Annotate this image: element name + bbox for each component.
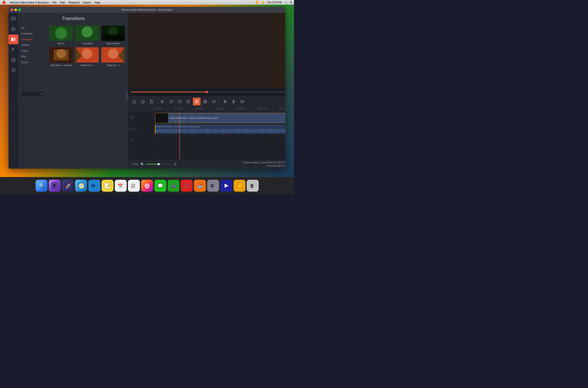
zoom-in-icon[interactable]: ⊞ bbox=[174, 163, 176, 166]
transition-crossfade[interactable]: Crossfade bbox=[75, 25, 99, 45]
menu-file[interactable]: File bbox=[52, 1, 57, 4]
sidebar-icon-timeline[interactable] bbox=[8, 65, 18, 75]
dock-movavi[interactable] bbox=[220, 180, 232, 192]
sidebar-icon-effects[interactable] bbox=[8, 24, 18, 34]
svg-rect-169 bbox=[243, 130, 244, 132]
dock-music[interactable]: 🎵 bbox=[181, 180, 193, 192]
svg-rect-182 bbox=[258, 129, 258, 133]
dock-thunder[interactable]: ⚡ bbox=[234, 180, 245, 192]
dock-launchpad[interactable]: 🚀 bbox=[62, 180, 74, 192]
dock-calendar[interactable]: 📅 bbox=[115, 180, 127, 192]
sidebar-icon-media[interactable] bbox=[8, 14, 18, 24]
svg-rect-139 bbox=[211, 129, 211, 133]
svg-rect-172 bbox=[247, 128, 247, 134]
transition-page-turn-left[interactable]: Page turn ↖ bbox=[75, 47, 99, 67]
svg-rect-198 bbox=[275, 130, 276, 132]
sidebar-icon-stickers[interactable] bbox=[8, 55, 18, 65]
menu-export[interactable]: Export bbox=[83, 1, 91, 4]
dock-finder[interactable]: 🔍 bbox=[36, 180, 47, 192]
scale-slider[interactable] bbox=[146, 164, 171, 165]
minimize-button[interactable] bbox=[15, 8, 17, 11]
mixer-button[interactable] bbox=[210, 98, 218, 105]
video-track-icon bbox=[130, 116, 134, 120]
eye-icon[interactable] bbox=[130, 127, 134, 131]
progress-bar[interactable] bbox=[131, 92, 285, 92]
dock-books[interactable]: 📚 bbox=[194, 180, 206, 192]
ruler-mark-2: 00:00:40 bbox=[196, 108, 216, 112]
sidebar-icon-titles[interactable]: T bbox=[8, 45, 18, 54]
category-artistic[interactable]: Artistic bbox=[18, 42, 46, 48]
svg-rect-29 bbox=[101, 34, 125, 41]
undo-button[interactable] bbox=[131, 98, 138, 105]
transition-fade-black[interactable]: Fade to black bbox=[101, 25, 125, 45]
dock-mail[interactable]: ✉ bbox=[88, 180, 100, 192]
scale-handle[interactable] bbox=[158, 163, 160, 165]
transition-blur-in[interactable]: Blur in bbox=[49, 25, 73, 45]
svg-rect-95 bbox=[162, 129, 163, 133]
search-clear-icon[interactable]: ✕ bbox=[40, 92, 42, 96]
dock-trash[interactable]: 🗑 bbox=[247, 180, 259, 192]
dock-sysprefs[interactable]: ⚙ bbox=[207, 180, 219, 192]
svg-rect-102 bbox=[170, 128, 170, 134]
category-fade[interactable]: Fade bbox=[18, 48, 46, 53]
maximize-button[interactable] bbox=[18, 8, 21, 11]
mic-button[interactable] bbox=[230, 98, 237, 105]
svg-rect-106 bbox=[174, 129, 175, 132]
category-zoom[interactable]: Zoom bbox=[18, 60, 46, 65]
record-button[interactable] bbox=[221, 98, 229, 105]
category-all[interactable]: All bbox=[18, 25, 46, 30]
category-featured[interactable]: Featured bbox=[18, 37, 46, 42]
webcam-button[interactable] bbox=[238, 98, 246, 105]
preview-video bbox=[128, 13, 285, 88]
speaker-icon bbox=[130, 150, 134, 154]
settings-button[interactable] bbox=[201, 98, 209, 105]
menu-help[interactable]: Help bbox=[94, 1, 100, 4]
search-icon[interactable]: 🔍 bbox=[284, 1, 287, 4]
image-button[interactable] bbox=[193, 98, 201, 105]
zoom-out-icon[interactable]: 🔍 bbox=[141, 163, 144, 166]
close-button[interactable] bbox=[11, 8, 13, 11]
menu-app-name[interactable]: Movavi Video Editor 5 Business bbox=[10, 1, 49, 4]
dock-safari[interactable]: 🧭 bbox=[75, 180, 87, 192]
waveform: // This will be handled by inline SVG re… bbox=[156, 128, 285, 134]
svg-point-32 bbox=[56, 49, 66, 58]
color-button[interactable] bbox=[184, 98, 192, 105]
svg-rect-110 bbox=[179, 129, 179, 133]
delete-button[interactable] bbox=[147, 98, 155, 105]
rotate-button[interactable] bbox=[167, 98, 175, 105]
timeline-ruler: 00:00:00 00:00:20 00:00:40 00:01:00 00:0… bbox=[128, 107, 285, 112]
menu-playback[interactable]: Playback bbox=[68, 1, 80, 4]
dock-notes[interactable]: 📝 bbox=[102, 180, 114, 192]
menu-edit[interactable]: Edit bbox=[60, 1, 65, 4]
project-length-line: Project length: 03:17 bbox=[267, 164, 285, 167]
svg-rect-203 bbox=[281, 130, 282, 132]
svg-rect-105 bbox=[173, 129, 174, 133]
dock-facetime[interactable]: 📹 bbox=[167, 180, 179, 192]
ruler-mark-3: 00:01:00 bbox=[216, 108, 237, 112]
category-blur[interactable]: Blur bbox=[18, 54, 46, 59]
category-favorites[interactable]: Favorites bbox=[18, 31, 46, 36]
control-icon[interactable]: ☰ bbox=[290, 1, 292, 4]
svg-rect-92 bbox=[159, 129, 160, 132]
dock-photos[interactable]: 🌸 bbox=[141, 180, 153, 192]
svg-rect-170 bbox=[245, 129, 245, 133]
audio-clip[interactable]: Rag'n'Bone Man - Human (Official Video).… bbox=[155, 124, 285, 134]
cut-button[interactable] bbox=[159, 98, 166, 105]
crop-button[interactable] bbox=[176, 98, 184, 105]
svg-text:📝: 📝 bbox=[105, 183, 111, 189]
transition-page-turn-right[interactable]: Page turn ↗ bbox=[101, 47, 125, 67]
transition-ken-burns[interactable]: Ken Burns – smooth bbox=[49, 47, 73, 67]
dock-siri[interactable]: 🎙 bbox=[49, 180, 61, 192]
video-clip[interactable]: Rag'n'Bone Man - Human (Official Video).… bbox=[155, 113, 285, 123]
svg-rect-168 bbox=[242, 129, 243, 133]
progress-handle[interactable] bbox=[205, 91, 208, 93]
sidebar-icon-transitions[interactable] bbox=[8, 34, 18, 44]
svg-rect-91 bbox=[158, 129, 158, 133]
dock-messages[interactable]: 💬 bbox=[154, 180, 166, 192]
collapse-panel-button[interactable]: ‹ bbox=[126, 92, 128, 100]
svg-rect-190 bbox=[266, 129, 267, 133]
apple-menu[interactable]: 🍎 bbox=[2, 0, 6, 4]
redo-button[interactable] bbox=[139, 98, 147, 105]
dock-reminders[interactable]: ☑ bbox=[128, 180, 140, 192]
audio-icon[interactable] bbox=[135, 127, 138, 131]
